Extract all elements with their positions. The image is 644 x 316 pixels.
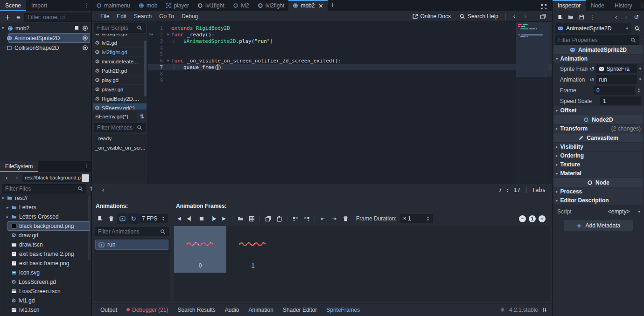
frame-1[interactable]: 1 bbox=[227, 226, 279, 273]
play-button[interactable]: ▶ bbox=[219, 213, 229, 224]
history-forward-button[interactable]: › bbox=[521, 12, 530, 21]
indent-mode[interactable]: Tabs bbox=[532, 187, 546, 193]
add-animation-button[interactable] bbox=[95, 213, 105, 224]
fs-back-button[interactable]: ‹ bbox=[2, 173, 11, 183]
scene-tree-node[interactable]: ▾mob2 bbox=[0, 23, 91, 33]
scene-tree-node[interactable]: CollisionShape2D bbox=[0, 43, 91, 53]
tab-history[interactable]: History bbox=[609, 0, 637, 11]
add-node-button[interactable]: + bbox=[3, 13, 12, 22]
revert-icon[interactable]: ↺ bbox=[589, 77, 594, 82]
zoom-reset-button[interactable]: 1 bbox=[529, 215, 536, 222]
chevron-down-icon[interactable]: ▾ bbox=[638, 210, 640, 214]
delete-frame-button[interactable] bbox=[340, 213, 350, 224]
code-minimap[interactable] bbox=[516, 22, 548, 184]
menu-debug[interactable]: Debug bbox=[178, 13, 202, 20]
search-help-button[interactable]: Search Help bbox=[456, 12, 502, 21]
script-tab-player[interactable]: player bbox=[161, 0, 193, 11]
stop-button[interactable]: ■ bbox=[196, 213, 207, 224]
inspector-tools-button[interactable] bbox=[641, 35, 644, 45]
section-editor-description[interactable]: ▸Editor Description bbox=[553, 196, 643, 205]
sort-methods-button[interactable]: ⇅ bbox=[137, 112, 147, 121]
property-value[interactable]: 1 bbox=[600, 96, 641, 105]
method-item[interactable]: _ready bbox=[93, 134, 147, 143]
filter-methods-input[interactable] bbox=[97, 124, 137, 131]
inspector-menu-icon[interactable]: ⋮ bbox=[637, 0, 644, 9]
open-docs-button[interactable] bbox=[632, 24, 642, 33]
new-script-tab-button[interactable]: + bbox=[328, 0, 337, 9]
tab-import[interactable]: Import bbox=[26, 0, 52, 11]
fs-tree-item[interactable]: ⚙draw.gd bbox=[0, 231, 91, 240]
move-frame-right-button[interactable]: ⇥ bbox=[329, 213, 339, 224]
make-floating-button[interactable] bbox=[538, 12, 547, 21]
collapse-scripts-panel-button[interactable]: ‹ bbox=[98, 185, 108, 195]
section-animation[interactable]: ▾Animation bbox=[553, 55, 643, 63]
fs-tree-item[interactable]: lvl1.tscn bbox=[0, 305, 91, 315]
paste-frame-button[interactable] bbox=[274, 213, 284, 224]
zoom-in-button[interactable]: + bbox=[539, 215, 546, 222]
bottom-tab-audio[interactable]: Audio bbox=[221, 307, 243, 313]
insert-after-button[interactable] bbox=[301, 213, 312, 224]
add-metadata-button[interactable]: +Add Metadata bbox=[564, 220, 633, 231]
animation-item-run[interactable]: run bbox=[95, 240, 168, 250]
script-button[interactable] bbox=[74, 26, 79, 31]
section-texture[interactable]: ▸Texture bbox=[553, 160, 643, 169]
distraction-free-button[interactable] bbox=[539, 2, 548, 11]
history-back-button[interactable]: ‹ bbox=[510, 12, 519, 21]
section-transform[interactable]: ▸Transform(2 changes) bbox=[553, 124, 643, 133]
script-list-item[interactable]: ⚙lvl1fight.gd bbox=[93, 34, 147, 38]
filter-animations-input[interactable] bbox=[98, 228, 160, 235]
inspector-back-button[interactable]: ‹ bbox=[611, 13, 621, 22]
tab-inspector[interactable]: Inspector bbox=[553, 0, 586, 11]
fs-tree-item[interactable]: exit basic frame 2.png bbox=[0, 249, 91, 259]
fs-forward-button[interactable]: › bbox=[12, 173, 21, 183]
fs-tree-item[interactable]: ▾res:// bbox=[0, 193, 91, 203]
tab-filesystem[interactable]: FileSystem bbox=[0, 161, 38, 172]
fs-tree-item[interactable]: ⚙lvl1.gd bbox=[0, 296, 91, 305]
load-resource-button[interactable] bbox=[566, 13, 575, 22]
add-from-sheet-button[interactable] bbox=[246, 213, 257, 224]
tab-scene[interactable]: Scene bbox=[0, 0, 26, 11]
filter-properties[interactable] bbox=[555, 35, 639, 45]
filter-animations[interactable] bbox=[95, 227, 169, 236]
frame-0[interactable]: 0 bbox=[174, 226, 226, 273]
section-process[interactable]: ▸Process bbox=[553, 187, 643, 196]
loop-button[interactable]: ↻ bbox=[128, 213, 139, 224]
script-tab-mainmenu[interactable]: mainmenu bbox=[92, 0, 134, 11]
script-list-item[interactable]: ⚙play.gd bbox=[93, 76, 147, 85]
bottom-tab-spriteframes[interactable]: SpriteFrames bbox=[322, 307, 364, 313]
autoplay-button[interactable] bbox=[117, 213, 127, 224]
zoom-out-button[interactable]: − bbox=[519, 215, 526, 222]
script-list-item[interactable]: ⚙SEnemy.gd(*) bbox=[93, 103, 147, 110]
script-tab-mob2[interactable]: mob2 bbox=[288, 0, 328, 11]
script-list-item[interactable]: ⚙Path2D.gd bbox=[93, 66, 147, 76]
load-frames-button[interactable] bbox=[235, 213, 245, 224]
new-resource-button[interactable] bbox=[555, 13, 565, 22]
close-icon[interactable] bbox=[318, 3, 323, 8]
visibility-toggle[interactable] bbox=[82, 25, 88, 31]
fs-filter[interactable] bbox=[2, 184, 86, 193]
menu-file[interactable]: File bbox=[97, 13, 113, 20]
chevron-down-icon[interactable]: ▾ bbox=[639, 67, 641, 71]
script-tab-lvl2fight[interactable]: lvl2fight bbox=[253, 0, 289, 11]
fs-tree-item[interactable]: ▸Letters bbox=[0, 203, 91, 212]
code-editor[interactable]: 1extends RigidBody2D↪2▾func _ready():3»▏… bbox=[148, 22, 552, 184]
tab-node[interactable]: Node bbox=[586, 0, 609, 11]
spinner-arrows-icon[interactable] bbox=[637, 88, 641, 93]
fs-tree-item[interactable]: black background.png bbox=[0, 221, 91, 231]
section-visibility[interactable]: ▸Visibility bbox=[553, 143, 643, 151]
script-list-item[interactable]: ⚙lvl2fight.gd bbox=[93, 48, 147, 57]
fs-tree-item[interactable]: ⚙LossScreen.gd bbox=[0, 277, 91, 287]
menu-search[interactable]: Search bbox=[130, 13, 155, 20]
script-list-item[interactable]: ⚙player.gd bbox=[93, 85, 147, 94]
menu-go-to[interactable]: Go To bbox=[155, 13, 178, 20]
fs-tree-item[interactable]: ▸Letters Crossed bbox=[0, 212, 91, 221]
update-spinner-icon[interactable] bbox=[542, 307, 547, 313]
frame-duration-spinner[interactable]: × 1 bbox=[400, 214, 433, 223]
scene-dock-menu-icon[interactable]: ⋮ bbox=[82, 0, 91, 9]
inspector-forward-button[interactable]: › bbox=[622, 13, 631, 22]
filter-scripts-input[interactable] bbox=[97, 25, 137, 31]
script-tab-lvl2[interactable]: lvl2 bbox=[229, 0, 253, 11]
copy-frame-button[interactable] bbox=[263, 213, 273, 224]
fs-tree-item[interactable]: LossScreen.tscn bbox=[0, 287, 91, 296]
insert-before-button[interactable] bbox=[290, 213, 301, 224]
